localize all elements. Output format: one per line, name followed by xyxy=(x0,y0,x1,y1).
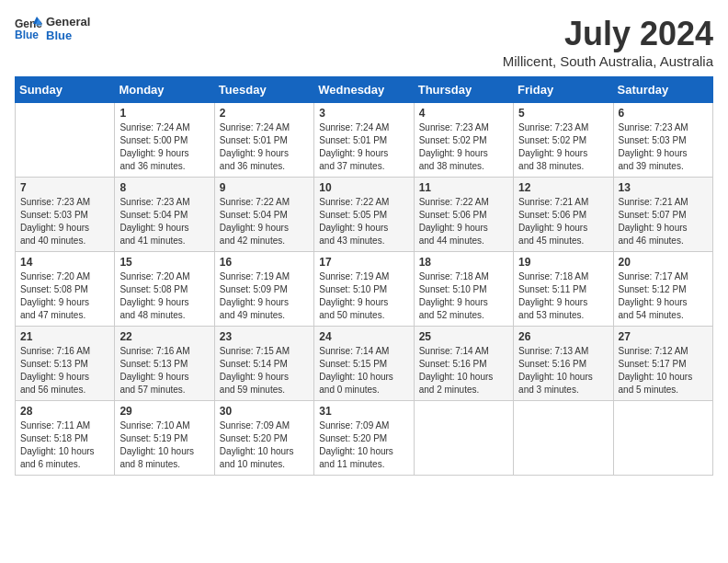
day-info: Sunrise: 7:13 AM Sunset: 5:16 PM Dayligh… xyxy=(518,345,608,396)
calendar-cell: 16Sunrise: 7:19 AM Sunset: 5:09 PM Dayli… xyxy=(214,252,313,327)
calendar-cell: 11Sunrise: 7:22 AM Sunset: 5:06 PM Dayli… xyxy=(414,178,513,252)
day-info: Sunrise: 7:22 AM Sunset: 5:05 PM Dayligh… xyxy=(319,196,408,247)
calendar-table: SundayMondayTuesdayWednesdayThursdayFrid… xyxy=(15,76,713,476)
calendar-cell: 15Sunrise: 7:20 AM Sunset: 5:08 PM Dayli… xyxy=(115,252,214,327)
calendar-header: SundayMondayTuesdayWednesdayThursdayFrid… xyxy=(16,77,713,103)
calendar-cell: 26Sunrise: 7:13 AM Sunset: 5:16 PM Dayli… xyxy=(514,327,613,401)
calendar-cell: 7Sunrise: 7:23 AM Sunset: 5:03 PM Daylig… xyxy=(16,178,115,252)
title-area: July 2024 Millicent, South Australia, Au… xyxy=(503,15,713,69)
location: Millicent, South Australia, Australia xyxy=(503,53,713,69)
day-number: 20 xyxy=(619,256,708,269)
day-number: 17 xyxy=(319,256,408,269)
day-number: 8 xyxy=(119,181,209,194)
day-number: 31 xyxy=(319,405,408,418)
day-info: Sunrise: 7:10 AM Sunset: 5:19 PM Dayligh… xyxy=(119,419,209,471)
day-info: Sunrise: 7:15 AM Sunset: 5:14 PM Dayligh… xyxy=(220,345,309,396)
calendar-cell: 25Sunrise: 7:14 AM Sunset: 5:16 PM Dayli… xyxy=(414,327,513,401)
calendar-cell: 17Sunrise: 7:19 AM Sunset: 5:10 PM Dayli… xyxy=(314,252,414,327)
weekday-header-saturday: Saturday xyxy=(613,77,712,103)
day-number: 24 xyxy=(319,330,408,343)
calendar-cell: 30Sunrise: 7:09 AM Sunset: 5:20 PM Dayli… xyxy=(214,401,313,476)
day-info: Sunrise: 7:16 AM Sunset: 5:13 PM Dayligh… xyxy=(20,345,109,396)
day-number: 28 xyxy=(20,405,109,418)
calendar-cell: 14Sunrise: 7:20 AM Sunset: 5:08 PM Dayli… xyxy=(16,252,115,327)
svg-text:Blue: Blue xyxy=(15,29,39,41)
day-info: Sunrise: 7:23 AM Sunset: 5:02 PM Dayligh… xyxy=(419,121,508,173)
calendar-week-row: 28Sunrise: 7:11 AM Sunset: 5:18 PM Dayli… xyxy=(16,401,713,476)
day-info: Sunrise: 7:23 AM Sunset: 5:02 PM Dayligh… xyxy=(518,121,608,173)
calendar-cell: 27Sunrise: 7:12 AM Sunset: 5:17 PM Dayli… xyxy=(613,327,712,401)
calendar-cell: 8Sunrise: 7:23 AM Sunset: 5:04 PM Daylig… xyxy=(115,178,214,252)
calendar-cell: 24Sunrise: 7:14 AM Sunset: 5:15 PM Dayli… xyxy=(314,327,414,401)
day-number: 1 xyxy=(119,107,209,120)
day-number: 16 xyxy=(220,256,309,269)
day-number: 13 xyxy=(619,181,708,194)
day-info: Sunrise: 7:24 AM Sunset: 5:01 PM Dayligh… xyxy=(220,121,309,173)
day-number: 26 xyxy=(518,330,608,343)
day-number: 4 xyxy=(419,107,508,120)
day-number: 9 xyxy=(220,181,309,194)
day-info: Sunrise: 7:24 AM Sunset: 5:01 PM Dayligh… xyxy=(319,121,408,173)
calendar-cell xyxy=(613,401,712,476)
calendar-week-row: 7Sunrise: 7:23 AM Sunset: 5:03 PM Daylig… xyxy=(16,178,713,252)
day-info: Sunrise: 7:14 AM Sunset: 5:15 PM Dayligh… xyxy=(319,345,408,396)
day-info: Sunrise: 7:20 AM Sunset: 5:08 PM Dayligh… xyxy=(119,270,209,322)
day-number: 3 xyxy=(319,107,408,120)
calendar-cell xyxy=(514,401,613,476)
day-number: 29 xyxy=(119,405,209,418)
day-info: Sunrise: 7:14 AM Sunset: 5:16 PM Dayligh… xyxy=(419,345,508,396)
day-info: Sunrise: 7:19 AM Sunset: 5:10 PM Dayligh… xyxy=(319,270,408,322)
calendar-cell: 1Sunrise: 7:24 AM Sunset: 5:00 PM Daylig… xyxy=(115,103,214,178)
day-info: Sunrise: 7:18 AM Sunset: 5:11 PM Dayligh… xyxy=(518,270,608,322)
day-number: 2 xyxy=(220,107,309,120)
weekday-header-wednesday: Wednesday xyxy=(314,77,414,103)
calendar-cell: 29Sunrise: 7:10 AM Sunset: 5:19 PM Dayli… xyxy=(115,401,214,476)
weekday-header-thursday: Thursday xyxy=(414,77,513,103)
calendar-cell: 4Sunrise: 7:23 AM Sunset: 5:02 PM Daylig… xyxy=(414,103,513,178)
logo: General Blue General Blue xyxy=(15,15,90,42)
day-number: 6 xyxy=(619,107,708,120)
header: General Blue General Blue July 2024 Mill… xyxy=(15,15,713,69)
day-number: 18 xyxy=(419,256,508,269)
month-year: July 2024 xyxy=(503,15,713,53)
day-info: Sunrise: 7:18 AM Sunset: 5:10 PM Dayligh… xyxy=(419,270,508,322)
day-number: 12 xyxy=(518,181,608,194)
day-number: 27 xyxy=(619,330,708,343)
day-info: Sunrise: 7:20 AM Sunset: 5:08 PM Dayligh… xyxy=(20,270,109,322)
day-info: Sunrise: 7:17 AM Sunset: 5:12 PM Dayligh… xyxy=(619,270,708,322)
weekday-header-friday: Friday xyxy=(514,77,613,103)
day-info: Sunrise: 7:21 AM Sunset: 5:07 PM Dayligh… xyxy=(619,196,708,247)
day-info: Sunrise: 7:21 AM Sunset: 5:06 PM Dayligh… xyxy=(518,196,608,247)
calendar-cell: 5Sunrise: 7:23 AM Sunset: 5:02 PM Daylig… xyxy=(514,103,613,178)
day-number: 7 xyxy=(20,181,109,194)
weekday-row: SundayMondayTuesdayWednesdayThursdayFrid… xyxy=(16,77,713,103)
day-number: 19 xyxy=(518,256,608,269)
day-info: Sunrise: 7:22 AM Sunset: 5:04 PM Dayligh… xyxy=(220,196,309,247)
calendar-cell: 10Sunrise: 7:22 AM Sunset: 5:05 PM Dayli… xyxy=(314,178,414,252)
weekday-header-sunday: Sunday xyxy=(16,77,115,103)
calendar-week-row: 14Sunrise: 7:20 AM Sunset: 5:08 PM Dayli… xyxy=(16,252,713,327)
day-info: Sunrise: 7:23 AM Sunset: 5:04 PM Dayligh… xyxy=(119,196,209,247)
day-number: 30 xyxy=(220,405,309,418)
day-number: 10 xyxy=(319,181,408,194)
weekday-header-monday: Monday xyxy=(115,77,214,103)
calendar-cell: 31Sunrise: 7:09 AM Sunset: 5:20 PM Dayli… xyxy=(314,401,414,476)
day-info: Sunrise: 7:23 AM Sunset: 5:03 PM Dayligh… xyxy=(20,196,109,247)
calendar-cell xyxy=(16,103,115,178)
day-number: 21 xyxy=(20,330,109,343)
day-info: Sunrise: 7:09 AM Sunset: 5:20 PM Dayligh… xyxy=(220,419,309,471)
day-info: Sunrise: 7:16 AM Sunset: 5:13 PM Dayligh… xyxy=(119,345,209,396)
calendar-cell: 9Sunrise: 7:22 AM Sunset: 5:04 PM Daylig… xyxy=(214,178,313,252)
calendar-cell: 13Sunrise: 7:21 AM Sunset: 5:07 PM Dayli… xyxy=(613,178,712,252)
calendar-cell: 12Sunrise: 7:21 AM Sunset: 5:06 PM Dayli… xyxy=(514,178,613,252)
calendar-body: 1Sunrise: 7:24 AM Sunset: 5:00 PM Daylig… xyxy=(16,103,713,476)
calendar-cell: 22Sunrise: 7:16 AM Sunset: 5:13 PM Dayli… xyxy=(115,327,214,401)
day-number: 22 xyxy=(119,330,209,343)
calendar-week-row: 21Sunrise: 7:16 AM Sunset: 5:13 PM Dayli… xyxy=(16,327,713,401)
day-info: Sunrise: 7:11 AM Sunset: 5:18 PM Dayligh… xyxy=(20,419,109,471)
weekday-header-tuesday: Tuesday xyxy=(214,77,313,103)
day-info: Sunrise: 7:23 AM Sunset: 5:03 PM Dayligh… xyxy=(619,121,708,173)
calendar-cell: 3Sunrise: 7:24 AM Sunset: 5:01 PM Daylig… xyxy=(314,103,414,178)
day-number: 15 xyxy=(119,256,209,269)
calendar-cell: 23Sunrise: 7:15 AM Sunset: 5:14 PM Dayli… xyxy=(214,327,313,401)
